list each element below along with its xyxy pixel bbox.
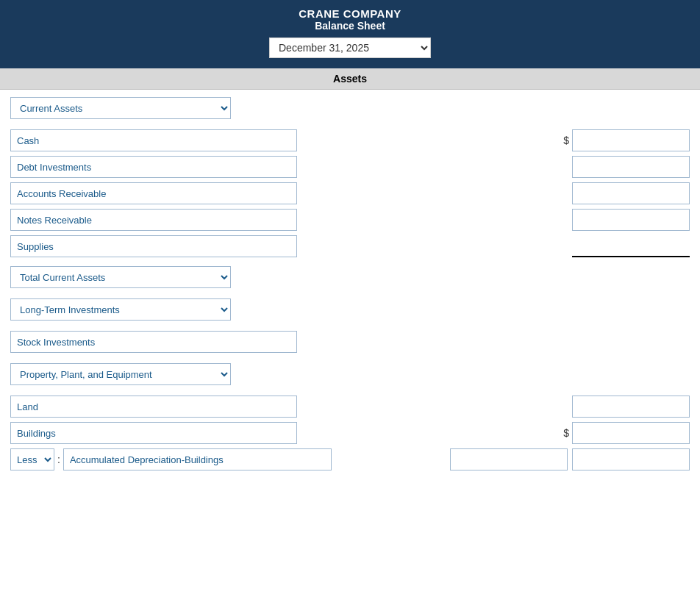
ppe-row: Property, Plant, and Equipment (10, 363, 690, 385)
accounts-receivable-row (10, 182, 690, 204)
colon-separator: : (57, 454, 60, 465)
land-value[interactable] (572, 396, 690, 418)
cash-row: $ (10, 129, 690, 151)
page-header: CRANE COMPANY Balance Sheet December 31,… (0, 0, 700, 68)
notes-receivable-value[interactable] (572, 209, 690, 231)
debt-investments-label[interactable] (10, 156, 297, 178)
buildings-label[interactable] (10, 422, 297, 444)
buildings-row: $ (10, 422, 690, 444)
accum-dep-buildings-value1[interactable] (450, 448, 568, 470)
total-current-assets-row: Total Current Assets (10, 266, 690, 288)
ppe-dropdown[interactable]: Property, Plant, and Equipment (10, 363, 231, 385)
stock-investments-row (10, 331, 690, 353)
cash-dollar: $ (563, 135, 569, 146)
supplies-value[interactable] (572, 235, 690, 257)
company-name: CRANE COMPANY (0, 7, 700, 20)
cash-value[interactable] (572, 129, 690, 151)
current-assets-row: Current Assets (10, 97, 690, 119)
land-row (10, 396, 690, 418)
stock-investments-label[interactable] (10, 331, 297, 353)
total-current-assets-dropdown[interactable]: Total Current Assets (10, 266, 231, 288)
accum-dep-buildings-value2[interactable] (572, 448, 690, 470)
buildings-value[interactable] (572, 422, 690, 444)
current-assets-dropdown[interactable]: Current Assets (10, 97, 231, 119)
supplies-row (10, 235, 690, 257)
cash-label[interactable] (10, 129, 297, 151)
balance-sheet-title: Balance Sheet (0, 20, 700, 32)
long-term-investments-dropdown[interactable]: Long-Term Investments (10, 298, 231, 321)
assets-section-label: Assets (0, 68, 700, 90)
land-label[interactable] (10, 396, 297, 418)
debt-investments-row (10, 156, 690, 178)
long-term-investments-row: Long-Term Investments (10, 298, 690, 321)
accounts-receivable-label[interactable] (10, 182, 297, 204)
date-select[interactable]: December 31, 2025 December 31, 2024 (269, 37, 431, 58)
accum-dep-buildings-label[interactable] (63, 448, 332, 470)
accounts-receivable-value[interactable] (572, 182, 690, 204)
debt-investments-value[interactable] (572, 156, 690, 178)
balance-sheet-content: Current Assets $ Total Current Assets (0, 90, 700, 482)
notes-receivable-label[interactable] (10, 209, 297, 231)
accum-dep-buildings-row: Less : (10, 448, 690, 470)
supplies-label[interactable] (10, 235, 297, 257)
notes-receivable-row (10, 209, 690, 231)
buildings-dollar: $ (563, 427, 569, 439)
less-dropdown[interactable]: Less (10, 448, 54, 470)
